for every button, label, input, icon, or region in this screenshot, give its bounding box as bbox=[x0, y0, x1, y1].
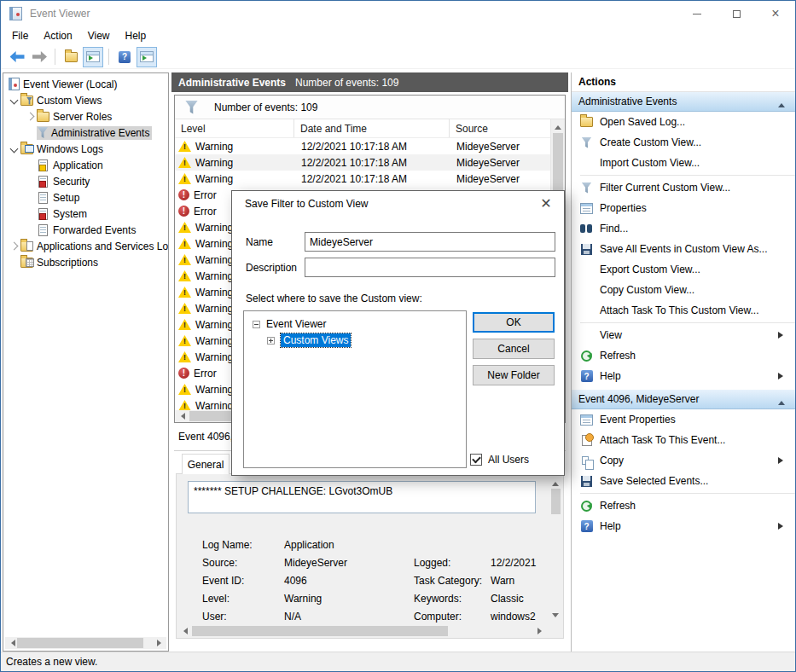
open-saved-log-button[interactable] bbox=[61, 47, 81, 67]
description-input[interactable] bbox=[305, 258, 555, 277]
action-refresh[interactable]: Refresh bbox=[572, 345, 795, 366]
action-help-submenu[interactable]: Help bbox=[572, 366, 795, 386]
action-copy-submenu[interactable]: Copy bbox=[572, 450, 795, 471]
error-icon bbox=[178, 206, 189, 217]
tree-item-applications-services-logs[interactable]: Applications and Services Lo bbox=[3, 238, 168, 254]
forward-button[interactable] bbox=[29, 47, 49, 67]
scroll-left-button[interactable] bbox=[175, 410, 187, 422]
back-button[interactable] bbox=[7, 47, 27, 67]
tree-item-custom-views[interactable]: Custom Views bbox=[267, 333, 351, 348]
action-attach-task-custom-view[interactable]: Attach Task To This Custom View... bbox=[572, 300, 795, 321]
column-level[interactable]: Level bbox=[175, 119, 294, 137]
toolbar bbox=[1, 45, 795, 69]
status-bar: Creates a new view. bbox=[1, 652, 795, 671]
scroll-right-button[interactable] bbox=[154, 637, 166, 649]
section-header-event-4096[interactable]: Event 4096, MideyeServer bbox=[572, 390, 795, 409]
dialog-close-button[interactable]: ✕ bbox=[538, 196, 554, 211]
warning-icon bbox=[178, 141, 191, 152]
action-help-event-submenu[interactable]: Help bbox=[572, 516, 795, 536]
action-refresh-event[interactable]: Refresh bbox=[572, 495, 795, 516]
chevron-down-icon[interactable] bbox=[8, 94, 20, 107]
minimize-button[interactable] bbox=[677, 1, 717, 26]
scrollbar-thumb[interactable] bbox=[17, 638, 143, 648]
event-row[interactable]: Warning12/2/2021 10:17:18 AMMideyeServer bbox=[175, 171, 550, 187]
action-import-custom-view[interactable]: Import Custom View... bbox=[572, 153, 795, 173]
separator bbox=[580, 322, 795, 323]
tree-item-subscriptions[interactable]: Subscriptions bbox=[3, 254, 168, 270]
event-message-box[interactable]: ******* SETUP CHALLENGE: LGvot3OmUB bbox=[188, 481, 536, 513]
show-action-pane-button[interactable] bbox=[137, 47, 157, 67]
ok-button[interactable]: OK bbox=[473, 312, 555, 333]
event-viewer-window: Event Viewer × File Action View Help Eve… bbox=[0, 0, 796, 672]
forward-icon bbox=[32, 51, 47, 62]
action-save-all-events[interactable]: Save All Events in Custom View As... bbox=[572, 239, 795, 259]
menu-view[interactable]: View bbox=[80, 27, 118, 44]
action-export-custom-view[interactable]: Export Custom View... bbox=[572, 259, 795, 280]
tree-item-system[interactable]: System bbox=[3, 206, 168, 222]
tab-general[interactable]: General bbox=[182, 454, 230, 474]
tree-item-setup[interactable]: Setup bbox=[3, 189, 168, 206]
scroll-left-button[interactable] bbox=[5, 637, 17, 649]
action-event-properties[interactable]: Event Properties bbox=[572, 409, 795, 430]
tree-item-application[interactable]: Application bbox=[3, 157, 168, 173]
show-console-tree-button[interactable] bbox=[83, 47, 103, 67]
tree-item-custom-views[interactable]: Custom Views bbox=[3, 92, 168, 108]
event-row[interactable]: Warning12/2/2021 10:17:18 AMMideyeServer bbox=[175, 138, 550, 154]
menu-help[interactable]: Help bbox=[118, 27, 154, 44]
details-horizontal-scrollbar[interactable] bbox=[177, 625, 549, 637]
chevron-right-icon[interactable] bbox=[8, 240, 20, 252]
scrollbar-thumb[interactable] bbox=[192, 626, 448, 636]
scrollbar-thumb[interactable] bbox=[551, 489, 561, 514]
name-input[interactable] bbox=[305, 232, 555, 252]
action-view-submenu[interactable]: View bbox=[572, 325, 795, 345]
action-properties[interactable]: Properties bbox=[572, 198, 795, 218]
tree-item-security[interactable]: Security bbox=[3, 173, 168, 189]
column-date-time[interactable]: Date and Time bbox=[294, 119, 450, 137]
all-users-checkbox[interactable] bbox=[470, 454, 482, 466]
new-folder-button[interactable]: New Folder bbox=[473, 365, 555, 385]
details-vertical-scrollbar[interactable] bbox=[549, 475, 562, 624]
help-icon bbox=[119, 51, 131, 63]
cancel-button[interactable]: Cancel bbox=[473, 339, 555, 359]
folder-apps-icon bbox=[20, 241, 33, 252]
maximize-button[interactable] bbox=[717, 1, 756, 26]
toolbar-separator bbox=[108, 49, 109, 65]
menu-file[interactable]: File bbox=[4, 27, 36, 44]
chevron-right-icon[interactable] bbox=[24, 110, 37, 123]
action-copy-custom-view[interactable]: Copy Custom View... bbox=[572, 280, 795, 300]
action-attach-task-event[interactable]: Attach Task To This Event... bbox=[572, 430, 795, 450]
expander-spacer bbox=[24, 175, 37, 188]
expand-box-icon[interactable] bbox=[267, 337, 275, 345]
action-create-custom-view[interactable]: Create Custom View... bbox=[572, 132, 795, 153]
scroll-up-button[interactable] bbox=[555, 122, 561, 130]
dialog-title: Save Filter to Custom View bbox=[232, 191, 564, 217]
scrollbar-thumb[interactable] bbox=[553, 133, 563, 194]
menu-action[interactable]: Action bbox=[36, 27, 79, 44]
action-open-saved-log[interactable]: Open Saved Log... bbox=[572, 112, 795, 132]
action-filter-current-custom-view[interactable]: Filter Current Custom View... bbox=[572, 177, 795, 198]
save-icon bbox=[579, 474, 594, 489]
section-header-administrative-events[interactable]: Administrative Events bbox=[572, 92, 795, 112]
column-source[interactable]: Source bbox=[450, 119, 550, 137]
tree-item-forwarded-events[interactable]: Forwarded Events bbox=[3, 222, 168, 238]
action-save-selected-events[interactable]: Save Selected Events... bbox=[572, 471, 795, 491]
sidebar-horizontal-scrollbar[interactable] bbox=[5, 637, 166, 649]
tree-item-windows-logs[interactable]: Windows Logs bbox=[3, 141, 168, 157]
scroll-up-button[interactable] bbox=[552, 478, 559, 486]
tree-item-server-roles[interactable]: Server Roles bbox=[3, 108, 168, 125]
field-value: 12/2/2021 bbox=[491, 557, 536, 569]
action-find[interactable]: Find... bbox=[572, 218, 795, 239]
scroll-left-button[interactable] bbox=[177, 625, 189, 637]
actions-pane: Actions Administrative Events Open Saved… bbox=[571, 72, 795, 652]
tree-item-event-viewer-local[interactable]: Event Viewer (Local) bbox=[3, 76, 168, 92]
tree-item-administrative-events[interactable]: Administrative Events bbox=[3, 125, 168, 141]
scroll-down-button[interactable] bbox=[552, 613, 559, 621]
chevron-down-icon[interactable] bbox=[8, 142, 20, 155]
help-button[interactable] bbox=[114, 47, 135, 67]
event-row[interactable]: Warning12/2/2021 10:17:18 AMMideyeServer bbox=[175, 154, 550, 171]
warning-icon bbox=[178, 303, 191, 314]
scroll-right-button[interactable] bbox=[535, 625, 547, 637]
collapse-box-icon[interactable] bbox=[253, 321, 260, 328]
close-button[interactable]: × bbox=[756, 1, 795, 26]
tree-item-event-viewer[interactable]: Event Viewer bbox=[253, 316, 326, 332]
